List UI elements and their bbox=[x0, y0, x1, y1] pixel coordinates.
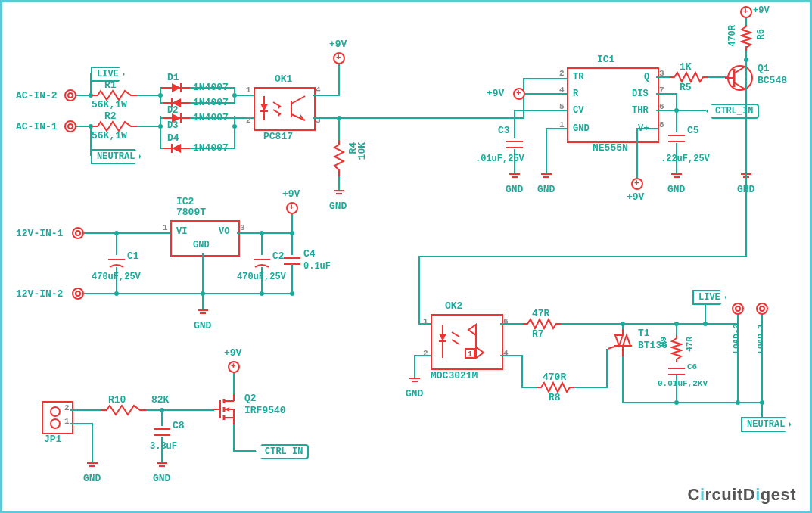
terminal-load-1 bbox=[756, 303, 768, 315]
svg-marker-64 bbox=[623, 335, 630, 346]
wire bbox=[338, 176, 340, 190]
label-9v-q2: +9V bbox=[224, 347, 241, 359]
wire bbox=[676, 110, 677, 132]
label-9v-ic1vp: +9V bbox=[627, 191, 644, 203]
gnd-icon bbox=[541, 173, 552, 181]
val-c3: .01uF,25V bbox=[475, 154, 524, 164]
wire bbox=[160, 102, 163, 104]
pin-ok2-1: 1 bbox=[423, 317, 428, 326]
wire bbox=[622, 356, 624, 403]
mosfet-q2 bbox=[213, 393, 243, 426]
ref-ic1: IC1 bbox=[597, 54, 614, 65]
junction bbox=[621, 322, 625, 326]
label-load-1: LOAD-1 bbox=[756, 324, 765, 354]
ref-r1: R1 bbox=[104, 79, 117, 91]
ref-c6: C6 bbox=[687, 362, 697, 372]
ref-c1: C1 bbox=[127, 250, 139, 262]
plus-icon: + bbox=[634, 179, 639, 188]
wire bbox=[313, 117, 524, 119]
pin-ok1-4: 4 bbox=[316, 86, 321, 95]
svg-text:1: 1 bbox=[468, 350, 472, 359]
wire bbox=[237, 232, 293, 234]
label-gnd-c8: GND bbox=[153, 473, 170, 484]
wire bbox=[656, 93, 677, 95]
val-ok2: MOC3021M bbox=[431, 370, 478, 381]
plus-icon: + bbox=[231, 362, 236, 371]
label-ac-in-1: AC-IN-1 bbox=[16, 121, 58, 132]
terminal-ac-in-1 bbox=[64, 120, 76, 132]
gnd-icon bbox=[157, 462, 167, 470]
wire bbox=[190, 117, 235, 119]
label-9v-ic1: +9V bbox=[487, 88, 504, 99]
ref-r9: R9 bbox=[659, 337, 668, 347]
label-gnd-ic1: GND bbox=[537, 184, 555, 195]
ic1-cv: CV bbox=[573, 105, 583, 116]
wire bbox=[190, 87, 235, 89]
wire bbox=[116, 232, 117, 255]
wire bbox=[676, 110, 706, 111]
svg-marker-57 bbox=[468, 325, 476, 335]
junction bbox=[674, 400, 679, 405]
val-r10: 82K bbox=[151, 394, 169, 406]
net-neutral-top: NEUTRAL bbox=[91, 149, 141, 164]
svg-marker-1 bbox=[172, 83, 181, 92]
junction bbox=[337, 116, 341, 120]
ref-q1: Q1 bbox=[758, 63, 770, 74]
wire bbox=[561, 323, 677, 325]
diode-d1 bbox=[161, 82, 191, 94]
wire bbox=[546, 128, 567, 129]
plus-icon: + bbox=[289, 203, 294, 212]
wire bbox=[636, 128, 658, 129]
resistor-r4 bbox=[333, 140, 345, 178]
pin-ic1-8: 8 bbox=[659, 120, 664, 129]
wire bbox=[84, 293, 263, 294]
net-ctrl-in-2: CTRL_IN bbox=[256, 444, 309, 459]
gnd-icon bbox=[509, 173, 520, 181]
pin-ok2-2: 2 bbox=[423, 349, 428, 358]
ref-c2: C2 bbox=[272, 250, 285, 262]
label-gnd-ok2: GND bbox=[406, 388, 423, 400]
val-c5: .22uF,25V bbox=[661, 154, 710, 164]
val-r9: 47R bbox=[685, 337, 694, 352]
val-c6: 0.01uF,2KV bbox=[658, 379, 708, 388]
junction bbox=[260, 231, 264, 235]
wire bbox=[636, 128, 638, 178]
ic1-dis: DIS bbox=[632, 89, 649, 99]
ic1-thr: THR bbox=[632, 105, 649, 116]
wire bbox=[414, 355, 415, 378]
ref-t1: T1 bbox=[638, 328, 650, 339]
wire bbox=[291, 232, 293, 255]
gnd-icon bbox=[334, 190, 344, 197]
wire bbox=[338, 117, 340, 140]
wire bbox=[338, 63, 340, 96]
wire bbox=[745, 55, 747, 257]
jp1-1: 1 bbox=[64, 417, 70, 426]
pin-ic2-3: 3 bbox=[240, 223, 245, 232]
wire bbox=[291, 264, 293, 294]
wire bbox=[606, 349, 608, 388]
label-load-2: LOAD-2 bbox=[732, 324, 741, 354]
net-ctrl-in-1: CTRL_IN bbox=[706, 104, 759, 119]
ref-d4: D4 bbox=[167, 132, 179, 144]
wire bbox=[546, 128, 547, 173]
label-gnd-c5: GND bbox=[667, 184, 685, 195]
svg-point-38 bbox=[51, 407, 60, 416]
wire bbox=[514, 149, 515, 173]
wire bbox=[160, 117, 163, 119]
svg-point-39 bbox=[51, 419, 60, 428]
ref-r10: R10 bbox=[108, 394, 126, 406]
label-gnd-ic2: GND bbox=[194, 320, 211, 331]
ref-ok1: OK1 bbox=[275, 73, 292, 85]
ref-r2: R2 bbox=[104, 110, 117, 122]
wire bbox=[523, 78, 567, 79]
svg-text:+: + bbox=[108, 255, 109, 262]
pin-ok1-2: 2 bbox=[246, 116, 251, 125]
label-gnd-jp1: GND bbox=[83, 473, 101, 484]
ref-c8: C8 bbox=[173, 420, 185, 431]
val-r7: 47R bbox=[532, 308, 549, 319]
ref-r6: R6 bbox=[756, 29, 767, 39]
val-c2: 470uF,25V bbox=[237, 272, 286, 282]
plus-icon: + bbox=[336, 53, 341, 62]
wire bbox=[70, 423, 93, 424]
val-ok1: PC817 bbox=[263, 131, 293, 142]
